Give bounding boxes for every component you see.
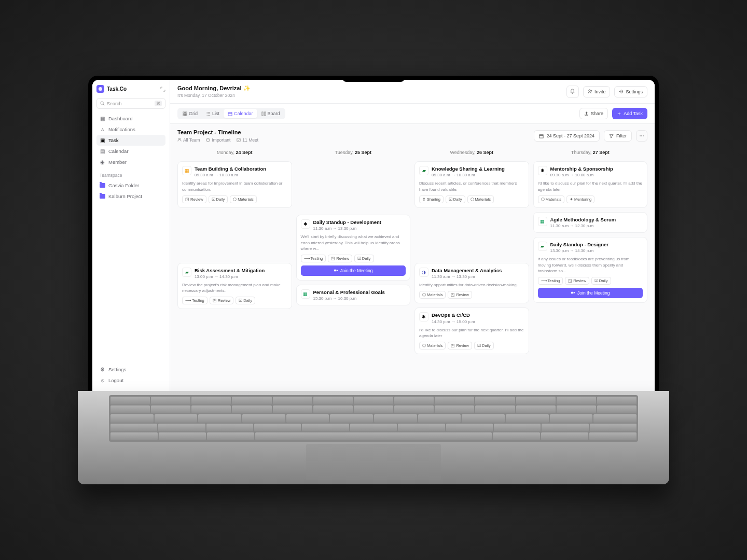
settings-button[interactable]: Settings <box>614 86 647 97</box>
card-time: 09.30 a.m → 10.30 a.m <box>432 173 505 177</box>
nav-member[interactable]: ◉ Member <box>96 157 165 167</box>
greeting-block: Good Morning, Devrizal ✨ It's Monday, 17… <box>177 85 251 98</box>
meta-important[interactable]: Important <box>206 137 230 143</box>
add-task-button[interactable]: Add Task <box>612 108 647 119</box>
share-button[interactable]: Share <box>579 108 608 119</box>
tag-review[interactable]: ◳ Review <box>210 297 234 304</box>
tag-testing[interactable]: ⟿ Testing <box>182 297 208 304</box>
tag-daily[interactable]: ☑ Daily <box>591 277 611 285</box>
tag-daily[interactable]: ☑ Daily <box>236 297 255 304</box>
slack-icon: ✱ <box>419 312 428 321</box>
expand-icon[interactable] <box>160 87 165 92</box>
tag-daily[interactable]: ☑ Daily <box>446 195 465 203</box>
logout-icon: ⎋ <box>100 377 105 383</box>
task-card[interactable]: ✱ DevOps & CI/CD 14.30 p.m → 15.00 p.m I… <box>414 307 529 354</box>
greeting-title: Good Morning, Devrizal ✨ <box>177 85 251 92</box>
join-meeting-button[interactable]: Join the Meeting <box>538 288 643 298</box>
task-card[interactable]: ▰ Risk Assessment & Mitigation 13.00 p.m… <box>177 263 292 310</box>
card-title: Team Building & Collaboration <box>195 166 266 172</box>
filter-icon <box>609 134 614 138</box>
task-card[interactable]: ▦ Agile Methodology & Scrum 11.30 a.m → … <box>533 212 648 233</box>
nav-logout-label: Logout <box>108 377 123 383</box>
svg-rect-11 <box>264 111 265 115</box>
folder-gasvia[interactable]: Gasvia Folder <box>96 180 165 191</box>
card-time: 15.30 p.m → 16.30 p.m <box>313 296 385 301</box>
view-tab-calendar[interactable]: Calendar <box>224 109 257 118</box>
tag-daily[interactable]: ☑ Daily <box>354 255 374 262</box>
tag-mentoring[interactable]: ✦ Mentoring <box>566 195 594 203</box>
meta-all-team[interactable]: All Team <box>177 137 200 143</box>
filter-button[interactable]: Filter <box>604 130 632 142</box>
check-icon <box>237 138 241 142</box>
task-card[interactable]: ◑ Data Management & Analytics 11.30 a.m … <box>414 263 529 304</box>
tag-sharing[interactable]: ⇪ Sharing <box>419 195 444 203</box>
greeting-date: It's Monday, 17 October 2024 <box>177 93 251 98</box>
day-header-monday: Monday, 24 Sept <box>177 148 292 157</box>
folder-icon <box>100 183 105 188</box>
card-desc: Identify areas for improvement in team c… <box>182 180 287 192</box>
tag-daily[interactable]: ☑ Daily <box>209 195 228 203</box>
tag-testing[interactable]: ⟿ Testing <box>538 277 563 285</box>
nav-dashboard-label: Dashboard <box>108 116 132 121</box>
task-card[interactable]: ▰ Daily Standup - Designer 13.30 p.m → 1… <box>533 237 648 303</box>
card-desc: I'd like to discuss our plan for the nex… <box>538 180 643 192</box>
sheet-icon: ▦ <box>538 217 547 226</box>
task-card[interactable]: ▦ Team Building & Collaboration 09.30 a.… <box>177 161 292 208</box>
invite-label: Invite <box>594 89 606 94</box>
add-task-label: Add Task <box>624 111 643 116</box>
folder-gasvia-label: Gasvia Folder <box>108 183 139 188</box>
tag-testing[interactable]: ⟿ Testing <box>301 255 326 262</box>
tag-materials[interactable]: ⬡ Materials <box>419 342 446 349</box>
notifications-button[interactable] <box>566 86 579 98</box>
folder-kalburn[interactable]: Kalburn Project <box>96 191 165 202</box>
svg-rect-5 <box>183 111 185 113</box>
teamspace-label: Teamspace <box>100 173 165 178</box>
task-card[interactable]: ▦ Personal & Professional Goals 15.30 p.… <box>296 285 411 305</box>
nav-settings-label: Settings <box>108 367 126 372</box>
nav-settings[interactable]: ⚙ Settings <box>96 364 165 375</box>
view-tab-board[interactable]: Board <box>257 109 284 118</box>
alert-icon <box>206 138 210 142</box>
tag-review[interactable]: ◳ Review <box>328 255 352 262</box>
day-col-monday: Monday, 24 Sept ▦ Team Building & Collab… <box>177 148 292 386</box>
nav-notifications[interactable]: 🜂 Notifications <box>96 124 165 135</box>
task-card[interactable]: ✱ Daily Standup - Development 11.30 a.m … <box>296 215 411 281</box>
invite-button[interactable]: Invite <box>583 86 611 97</box>
view-tab-grid[interactable]: Grid <box>178 109 202 118</box>
card-title: Daily Standup - Designer <box>550 242 608 248</box>
join-meeting-button[interactable]: Join the Meeting <box>301 265 406 276</box>
calendar-icon <box>539 134 544 138</box>
project-title: Team Project - Timeline <box>177 129 258 135</box>
svg-rect-10 <box>261 111 262 115</box>
tag-review[interactable]: ◳ Review <box>448 342 472 349</box>
nav-dashboard[interactable]: ▦ Dashboard <box>96 113 165 124</box>
svg-rect-7 <box>183 114 185 116</box>
tag-review[interactable]: ◳ Review <box>565 277 589 285</box>
brand-name: Task.Co <box>107 86 127 92</box>
slack-icon: ✱ <box>538 166 547 175</box>
nav-logout[interactable]: ⎋ Logout <box>96 375 165 386</box>
tag-materials[interactable]: ⬡ Materials <box>538 195 564 203</box>
nav-calendar[interactable]: ▤ Calendar <box>96 146 165 157</box>
video-icon <box>334 268 338 273</box>
view-tab-list[interactable]: List <box>202 109 224 118</box>
sidebar: Task.Co Search ⌘ ▦ Dashboard 🜂 Notifi <box>92 80 170 391</box>
card-title: Knowledge Sharing & Learning <box>432 166 505 172</box>
task-card[interactable]: ▰ Knowledge Sharing & Learning 09.30 a.m… <box>414 161 529 208</box>
nav-task[interactable]: ▣ Task <box>96 135 165 146</box>
tag-review[interactable]: ◳ Review <box>182 195 206 203</box>
tag-materials[interactable]: ⬡ Materials <box>467 195 494 203</box>
search-input[interactable]: Search ⌘ <box>96 98 165 109</box>
more-button[interactable] <box>636 130 647 142</box>
day-col-tuesday: Tuesday, 25 Sept ✱ Daily Standup - Devel… <box>296 148 411 386</box>
meta-meet-count[interactable]: 11 Meet <box>237 137 258 143</box>
date-range-picker[interactable]: 24 Sept - 27 Sept 2024 <box>534 130 600 142</box>
task-card[interactable]: ✱ Mentorship & Sponsorship 09.30 a.m → 1… <box>533 161 648 208</box>
svg-point-18 <box>641 135 642 136</box>
tag-materials[interactable]: ⬡ Materials <box>419 291 446 299</box>
tag-daily[interactable]: ☑ Daily <box>474 342 494 349</box>
view-list-label: List <box>212 111 219 116</box>
tag-materials[interactable]: ⬡ Materials <box>230 195 256 203</box>
svg-point-1 <box>101 102 103 104</box>
tag-review[interactable]: ◳ Review <box>448 291 472 299</box>
